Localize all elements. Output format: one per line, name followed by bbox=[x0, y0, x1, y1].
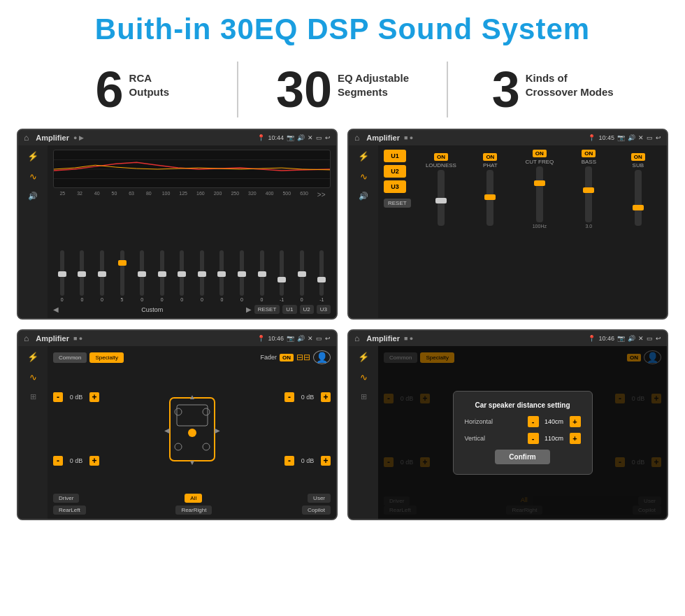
eq-sidebar-vol-icon[interactable]: 🔊 bbox=[28, 192, 38, 201]
dialog-horizontal-plus[interactable]: + bbox=[570, 416, 581, 427]
eq-track-10[interactable] bbox=[260, 250, 264, 296]
fader-common-tab[interactable]: Common bbox=[53, 352, 87, 363]
amp2-home-icon[interactable]: ⌂ bbox=[354, 133, 359, 143]
loudness-slider[interactable] bbox=[438, 170, 445, 226]
amp2-eq-icon[interactable]: ⚡ bbox=[358, 151, 369, 162]
eq-track-9[interactable] bbox=[240, 250, 244, 296]
sub-slider[interactable] bbox=[635, 170, 642, 226]
cutfreq-on[interactable]: ON bbox=[533, 150, 547, 157]
fader-all-btn[interactable]: All bbox=[185, 494, 202, 503]
eq-track-12[interactable] bbox=[300, 250, 304, 296]
fader-back-icon[interactable]: ↩ bbox=[325, 335, 331, 342]
ch-loudness: ON LOUDNESS bbox=[418, 153, 464, 226]
sub-on[interactable]: ON bbox=[631, 153, 645, 161]
dialog-home-icon[interactable]: ⌂ bbox=[354, 334, 359, 343]
dialog-content: ⚡ ∿ ⊞ Common Specialty ON 👤 bbox=[349, 346, 667, 519]
phat-slider[interactable] bbox=[486, 170, 493, 226]
dialog-vertical-plus[interactable]: + bbox=[570, 433, 581, 444]
amp2-status-bar: ⌂ Amplifier ■ ● 📍 10:45 📷 🔊 ✕ ▭ ↩ bbox=[349, 130, 667, 145]
fader-label: Fader bbox=[260, 354, 277, 361]
eq-sidebar-eq-icon[interactable]: ⚡ bbox=[27, 151, 38, 162]
home-icon[interactable]: ⌂ bbox=[24, 133, 29, 143]
eq-track-7[interactable] bbox=[200, 250, 204, 296]
amp2-u3-btn[interactable]: U3 bbox=[384, 180, 406, 193]
fader-wave-icon[interactable]: ∿ bbox=[29, 372, 37, 382]
db-fr-plus[interactable]: + bbox=[321, 392, 331, 402]
eq-track-13[interactable] bbox=[319, 250, 324, 296]
eq-track-3[interactable] bbox=[120, 250, 124, 296]
fader-pin-icon: 📍 bbox=[257, 335, 265, 342]
eq-track-11[interactable] bbox=[280, 250, 284, 296]
eq-u1-btn[interactable]: U1 bbox=[282, 305, 296, 314]
amp2-back-icon[interactable]: ↩ bbox=[656, 134, 661, 141]
eq-track-5[interactable] bbox=[160, 250, 164, 296]
stat-eq: 30 EQ Adjustable Segments bbox=[252, 64, 433, 115]
amp2-u1-btn[interactable]: U1 bbox=[384, 150, 406, 162]
amp2-main: U1 U2 U3 RESET ON LOUDNESS bbox=[378, 145, 667, 318]
dialog-expand-icon[interactable]: ⊞ bbox=[361, 392, 367, 401]
cutfreq-label: CUT FREQ bbox=[525, 159, 554, 165]
dialog-confirm-button[interactable]: Confirm bbox=[495, 450, 549, 464]
eq-sidebar-wave-icon[interactable]: ∿ bbox=[29, 171, 37, 182]
fader-rearright-btn[interactable]: RearRight bbox=[175, 506, 212, 515]
bass-slider[interactable] bbox=[585, 166, 592, 222]
dialog-vertical-minus[interactable]: - bbox=[528, 433, 539, 444]
db-rl-plus[interactable]: + bbox=[89, 456, 99, 466]
fader-driver-btn[interactable]: Driver bbox=[53, 494, 79, 503]
fader-expand-icon[interactable]: ⊞ bbox=[30, 392, 36, 401]
svg-point-10 bbox=[175, 408, 182, 415]
eq-next-icon[interactable]: ▶ bbox=[246, 306, 252, 313]
loudness-on[interactable]: ON bbox=[434, 153, 448, 161]
dialog-vol-icon: 🔊 bbox=[628, 335, 635, 342]
amp2-channel-headers: ON LOUDNESS ON PHAT bbox=[418, 150, 661, 229]
db-fr-minus[interactable]: - bbox=[284, 392, 294, 402]
eq-main-area: 25 32 40 50 63 80 100 125 160 200 250 32… bbox=[48, 145, 336, 318]
fader-eq-icon[interactable]: ⚡ bbox=[27, 352, 38, 362]
db-rr-minus[interactable]: - bbox=[284, 456, 294, 466]
dialog-box: Car speaker distance setting Horizontal … bbox=[453, 391, 593, 475]
eq-track-8[interactable] bbox=[219, 250, 224, 296]
fader-user-btn[interactable]: User bbox=[308, 494, 331, 503]
eq-u2-btn[interactable]: U2 bbox=[300, 305, 314, 314]
ch-cutfreq: ON CUT FREQ 100Hz bbox=[517, 150, 563, 229]
fader-specialty-tab[interactable]: Specialty bbox=[89, 352, 123, 363]
eq-track-0[interactable] bbox=[60, 250, 64, 296]
sub-label: SUB bbox=[633, 162, 644, 169]
freq-160: 160 bbox=[193, 191, 209, 199]
fader-rect-icon: ▭ bbox=[316, 335, 322, 342]
cutfreq-slider[interactable] bbox=[536, 166, 543, 222]
fader-car-diagram-wrap: ▲ ▼ ◀ ▶ bbox=[103, 367, 280, 491]
dialog-eq-icon[interactable]: ⚡ bbox=[358, 352, 369, 362]
eq-prev-icon[interactable]: ◀ bbox=[53, 306, 59, 313]
eq-reset-btn[interactable]: RESET bbox=[254, 305, 280, 314]
fader-on-badge[interactable]: ON bbox=[280, 354, 294, 361]
fader-copilot-btn[interactable]: Copilot bbox=[302, 506, 331, 515]
eq-back-icon[interactable]: ↩ bbox=[325, 134, 331, 141]
eq-expand-icon[interactable]: >> bbox=[313, 191, 329, 199]
db-rl-minus[interactable]: - bbox=[53, 456, 63, 466]
eq-track-1[interactable] bbox=[80, 250, 84, 296]
fader-rearleft-btn[interactable]: RearLeft bbox=[53, 506, 86, 515]
db-fl-plus[interactable]: + bbox=[89, 392, 99, 402]
freq-320: 320 bbox=[245, 191, 261, 199]
stat-divider-1 bbox=[237, 62, 238, 117]
amp2-vol-icon[interactable]: 🔊 bbox=[359, 192, 368, 201]
amp2-reset-btn[interactable]: RESET bbox=[384, 199, 411, 208]
fader-home-icon[interactable]: ⌂ bbox=[24, 334, 29, 343]
dialog-back-icon[interactable]: ↩ bbox=[656, 335, 661, 342]
bass-on[interactable]: ON bbox=[582, 150, 596, 157]
dialog-horizontal-minus[interactable]: - bbox=[528, 416, 539, 427]
eq-u3-btn[interactable]: U3 bbox=[317, 305, 331, 314]
eq-slider-6: 0 bbox=[173, 250, 191, 302]
dialog-wave-icon[interactable]: ∿ bbox=[360, 372, 368, 382]
eq-track-2[interactable] bbox=[100, 250, 104, 296]
amp2-wave-icon[interactable]: ∿ bbox=[360, 171, 368, 182]
fader-status-bar: ⌂ Amplifier ■ ● 📍 10:46 📷 🔊 ✕ ▭ ↩ bbox=[18, 331, 336, 346]
eq-track-6[interactable] bbox=[180, 250, 184, 296]
eq-track-4[interactable] bbox=[140, 250, 144, 296]
phat-label: PHAT bbox=[483, 162, 498, 169]
phat-on[interactable]: ON bbox=[483, 153, 497, 161]
db-rr-plus[interactable]: + bbox=[321, 456, 331, 466]
amp2-u2-btn[interactable]: U2 bbox=[384, 165, 406, 178]
db-fl-minus[interactable]: - bbox=[53, 392, 63, 402]
